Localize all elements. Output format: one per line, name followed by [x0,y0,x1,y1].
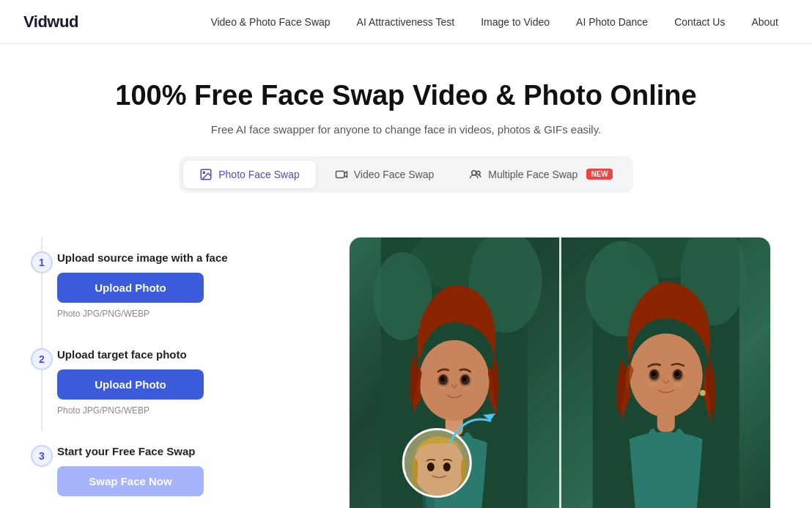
hero-section: 100% Free Face Swap Video & Photo Online… [0,44,812,237]
main-nav: Video & Photo Face Swap AI Attractivenes… [200,12,789,32]
svg-point-40 [699,390,705,396]
logo[interactable]: Vidwud [23,12,78,32]
new-badge: NEW [586,169,612,180]
tab-multiple-face-swap[interactable]: Multiple Face Swap NEW [453,161,629,188]
demo-image-right [561,238,771,508]
svg-point-38 [649,381,657,387]
step-2-number: 2 [31,348,53,370]
svg-point-16 [462,376,467,381]
svg-rect-2 [336,171,344,177]
tab-video-face-swap[interactable]: Video Face Swap [319,161,450,188]
nav-video-photo-face-swap[interactable]: Video & Photo Face Swap [200,12,340,32]
nav-ai-photo-dance[interactable]: AI Photo Dance [566,12,658,32]
hero-subtitle: Free AI face swapper for anyone to chang… [15,123,797,136]
nav-about[interactable]: About [741,12,789,32]
step-2-file-types: Photo JPG/PNG/WEBP [57,405,320,416]
step-3-content: Start your Free Face Swap Swap Face Now [57,445,320,496]
step-2-content: Upload target face photo Upload Photo Ph… [57,348,320,416]
header: Vidwud Video & Photo Face Swap AI Attrac… [0,0,812,44]
tab-photo-face-swap[interactable]: Photo Face Swap [183,161,316,188]
demo-images [350,238,770,508]
photo-icon [199,168,213,181]
step-1-file-types: Photo JPG/PNG/WEBP [57,309,320,319]
tab-photo-label: Photo Face Swap [218,169,300,180]
nav-image-to-video[interactable]: Image to Video [470,12,560,32]
step-3-number: 3 [31,445,53,467]
tab-group: Photo Face Swap Video Face Swap [179,156,633,193]
person-result-svg [561,238,771,508]
upload-photo-button-2[interactable]: Upload Photo [57,369,204,400]
nav-contact-us[interactable]: Contact Us [664,12,735,32]
hero-title: 100% Free Face Swap Video & Photo Online [15,79,797,113]
tabs-container: Photo Face Swap Video Face Swap [15,156,797,193]
svg-point-15 [440,376,445,381]
step-1: 1 Upload source image with a face Upload… [41,237,320,334]
svg-point-36 [651,371,655,376]
main-content: 1 Upload source image with a face Upload… [18,237,794,508]
step-1-number: 1 [31,251,53,273]
video-icon [335,168,348,181]
svg-point-3 [472,170,476,174]
svg-point-23 [427,463,435,471]
svg-point-37 [674,371,679,376]
svg-point-17 [438,385,447,391]
svg-point-39 [673,381,682,387]
step-1-title: Upload source image with a face [57,251,320,264]
tab-video-label: Video Face Swap [354,169,434,180]
swap-face-button[interactable]: Swap Face Now [57,466,204,496]
tab-multiple-label: Multiple Face Swap [488,169,577,180]
svg-point-1 [203,172,204,173]
step-3: 3 Start your Free Face Swap Swap Face No… [41,430,320,508]
face-swap-arrow [443,406,501,450]
left-panel: 1 Upload source image with a face Upload… [41,237,320,508]
step-3-title: Start your Free Face Swap [57,445,320,457]
svg-point-18 [462,385,470,391]
svg-point-4 [477,171,481,174]
svg-point-24 [443,463,451,471]
nav-ai-attractiveness-test[interactable]: AI Attractiveness Test [347,12,465,32]
demo-image-panel [349,237,771,508]
step-2: 2 Upload target face photo Upload Photo … [41,334,320,430]
svg-point-31 [629,334,702,417]
multiple-icon [469,168,482,181]
upload-photo-button-1[interactable]: Upload Photo [57,273,204,303]
step-2-title: Upload target face photo [57,348,320,361]
demo-image-left [350,238,559,508]
step-1-content: Upload source image with a face Upload P… [57,251,320,319]
